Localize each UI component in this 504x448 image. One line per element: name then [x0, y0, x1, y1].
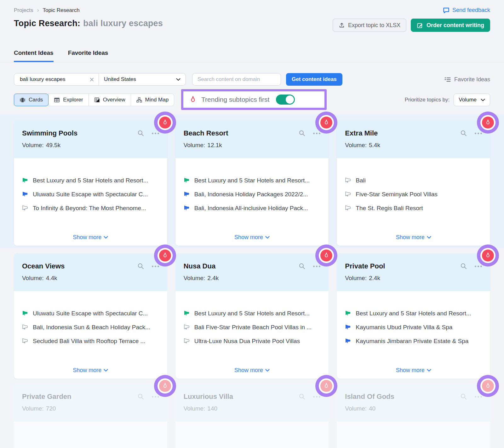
content-idea-item[interactable]: Best Luxury and 5 Star Hotels and Resort…	[22, 177, 159, 184]
kebab-menu-icon[interactable]	[475, 133, 482, 134]
trending-flame-badge	[315, 112, 337, 134]
domain-search-input[interactable]	[192, 73, 281, 86]
topic-card-private-pool: Private Pool Volume:2.4k Best Luxury and…	[337, 253, 490, 379]
topic-card-private-garden: Private Garden Volume:720	[14, 384, 167, 448]
search-icon[interactable]	[137, 130, 144, 137]
show-more-link[interactable]: Show more	[234, 367, 270, 374]
search-icon[interactable]	[299, 263, 306, 270]
kebab-menu-icon[interactable]	[313, 396, 320, 398]
search-icon[interactable]	[299, 130, 306, 137]
breadcrumb-projects-link[interactable]: Projects	[14, 7, 33, 14]
show-more-link[interactable]: Show more	[73, 367, 108, 374]
megaphone-gray-icon	[22, 205, 28, 210]
view-cards-button[interactable]: Cards	[14, 94, 49, 106]
card-title: Ocean Views	[22, 262, 137, 270]
trending-flame-badge	[477, 244, 499, 267]
search-icon[interactable]	[460, 130, 467, 137]
tabs: Content Ideas Favorite Ideas	[0, 49, 504, 62]
order-content-writing-button[interactable]: Order content writing	[411, 19, 490, 32]
content-idea-item[interactable]: The St. Regis Bali Resort	[345, 205, 482, 211]
megaphone-blue-icon	[345, 338, 351, 343]
get-content-ideas-button[interactable]: Get content ideas	[286, 73, 342, 86]
topic-card-island-of-gods: Island Of Gods Volume:40	[337, 384, 490, 448]
megaphone-gray-icon	[345, 177, 351, 183]
view-mindmap-button[interactable]: Mind Map	[131, 94, 175, 106]
megaphone-green-icon	[184, 310, 190, 316]
kebab-menu-icon[interactable]	[152, 133, 159, 134]
kebab-menu-icon[interactable]	[313, 266, 320, 267]
clear-keyword-icon[interactable]	[89, 77, 94, 82]
content-idea-item[interactable]: Kayumanis Ubud Private Villa & Spa	[345, 324, 482, 330]
megaphone-gray-icon	[184, 338, 190, 343]
content-idea-item[interactable]: Bali, Indonesia All-inclusive Holiday Pa…	[184, 205, 321, 211]
card-title: Luxurious Villa	[184, 393, 299, 401]
show-more-link[interactable]: Show more	[73, 234, 108, 241]
list-icon	[444, 77, 451, 82]
trending-toggle[interactable]	[276, 95, 295, 105]
keyword-input[interactable]	[19, 76, 89, 83]
content-idea-item[interactable]: Kayumanis Jimbaran Private Estate & Spa	[345, 338, 482, 344]
view-explorer-button[interactable]: Explorer	[48, 94, 89, 106]
topic-card-beach-resort: Beach Resort Volume:12.1k Best Luxury an…	[175, 120, 329, 246]
topic-card-ocean-views: Ocean Views Volume:4.4k Uluwatu Suite Es…	[14, 253, 167, 379]
chevron-down-icon	[481, 99, 485, 101]
search-icon[interactable]	[460, 263, 467, 270]
send-feedback-link[interactable]: Send feedback	[443, 7, 490, 14]
search-icon[interactable]	[299, 393, 306, 400]
kebab-menu-icon[interactable]	[313, 133, 320, 134]
content-idea-item[interactable]: Uluwatu Suite Escape with Spectacular C.…	[22, 310, 159, 317]
show-more-link[interactable]: Show more	[234, 234, 270, 241]
search-icon[interactable]	[137, 393, 144, 400]
megaphone-blue-icon	[345, 324, 351, 330]
content-idea-item[interactable]: To Infinity & Beyond: The Most Phenome..…	[22, 205, 159, 211]
show-more-link[interactable]: Show more	[396, 367, 431, 374]
tab-favorite-ideas[interactable]: Favorite Ideas	[68, 49, 108, 62]
trending-toggle-label: Trending subtopics first	[201, 96, 269, 103]
tab-content-ideas[interactable]: Content Ideas	[14, 49, 54, 62]
cards-view-icon	[20, 97, 26, 103]
kebab-menu-icon[interactable]	[152, 266, 159, 267]
card-title: Nusa Dua	[184, 262, 299, 270]
content-idea-item[interactable]: Bali, Indonesia Sun & Beach Holiday Pack…	[22, 324, 159, 330]
card-title: Private Garden	[22, 393, 137, 401]
megaphone-blue-icon	[184, 205, 190, 210]
volume-value: 12.1k	[207, 142, 222, 149]
topic-card-luxurious-villa: Luxurious Villa Volume:140	[175, 384, 329, 448]
megaphone-green-icon	[22, 310, 28, 316]
content-idea-item[interactable]: Best Luxury and 5 Star Hotels and Resort…	[345, 310, 482, 317]
content-idea-item[interactable]: Secluded Bali Villa with Rooftop Terrace…	[22, 338, 159, 344]
view-toolbar: Cards Explorer Overview Mind Map	[14, 93, 490, 106]
prioritize-select[interactable]: Volume	[454, 94, 490, 106]
view-overview-button[interactable]: Overview	[89, 94, 131, 106]
export-topic-button[interactable]: Export topic to XLSX	[333, 19, 406, 32]
kebab-menu-icon[interactable]	[475, 266, 482, 267]
content-idea-item[interactable]: Bali Five-Star Private Beach Pool Villas…	[184, 324, 321, 330]
content-idea-item[interactable]: Best Luxury and 5 Star Hotels and Resort…	[184, 177, 321, 184]
country-select[interactable]: United States	[99, 73, 186, 85]
search-icon[interactable]	[460, 393, 467, 400]
kebab-menu-icon[interactable]	[152, 396, 159, 398]
overview-doc-icon	[94, 97, 100, 103]
megaphone-gray-icon	[22, 324, 28, 330]
content-idea-item[interactable]: Ultra-Luxe Nusa Dua Private Pool Villas	[184, 338, 321, 344]
search-icon[interactable]	[137, 263, 144, 270]
megaphone-green-icon	[345, 310, 351, 316]
content-idea-item[interactable]: Bali, Indonesia Holiday Packages 2022/2.…	[184, 191, 321, 198]
mindmap-icon	[136, 97, 142, 103]
megaphone-gray-icon	[345, 191, 351, 197]
favorite-ideas-link[interactable]: Favorite Ideas	[444, 76, 490, 83]
megaphone-green-icon	[22, 177, 28, 183]
card-title: Private Pool	[345, 262, 460, 270]
topic-card-nusa-dua: Nusa Dua Volume:2.4k Best Luxury and 5 S…	[175, 253, 329, 379]
chevron-down-icon	[176, 78, 180, 81]
show-more-link[interactable]: Show more	[396, 234, 431, 241]
content-idea-item[interactable]: Best Luxury and 5 Star Hotels and Resort…	[184, 310, 321, 317]
content-idea-item[interactable]: Five-Star Seminyak Pool Villas	[345, 191, 482, 198]
trending-flame-badge	[154, 244, 176, 267]
trending-flame-badge	[477, 112, 499, 134]
kebab-menu-icon[interactable]	[475, 396, 482, 398]
card-title: Swimming Pools	[22, 129, 137, 137]
volume-value: 720	[46, 405, 56, 412]
content-idea-item[interactable]: Bali	[345, 177, 482, 184]
content-idea-item[interactable]: Uluwatu Suite Escape with Spectacular C.…	[22, 191, 159, 198]
